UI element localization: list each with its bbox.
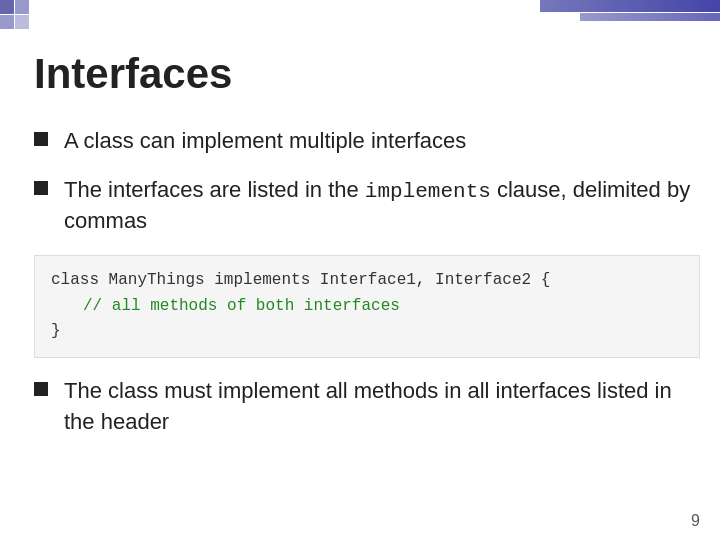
bullet-item-3: The class must implement all methods in … xyxy=(34,376,700,438)
bullet-text-2: The interfaces are listed in the impleme… xyxy=(64,175,700,237)
bullet-text-1: A class can implement multiple interface… xyxy=(64,126,466,157)
decorative-stripe-top xyxy=(540,0,720,12)
slide-title: Interfaces xyxy=(34,50,700,98)
bullet-text-3: The class must implement all methods in … xyxy=(64,376,700,438)
page-number: 9 xyxy=(691,512,700,530)
bullet-square-2 xyxy=(34,181,48,195)
code-line-3: } xyxy=(51,319,683,345)
code-line-1: class ManyThings implements Interface1, … xyxy=(51,268,683,294)
bullet-square-1 xyxy=(34,132,48,146)
decorative-stripe-bottom xyxy=(580,13,720,21)
bullet-item-2: The interfaces are listed in the impleme… xyxy=(34,175,700,237)
code-line-2: // all methods of both interfaces xyxy=(83,294,683,320)
slide-content: Interfaces A class can implement multipl… xyxy=(34,30,700,510)
bullet-item-1: A class can implement multiple interface… xyxy=(34,126,700,157)
bullet-text-2-before: The interfaces are listed in the xyxy=(64,177,365,202)
bullet-square-3 xyxy=(34,382,48,396)
implements-code: implements xyxy=(365,180,491,203)
decorative-corner xyxy=(0,0,30,30)
code-block: class ManyThings implements Interface1, … xyxy=(34,255,700,358)
